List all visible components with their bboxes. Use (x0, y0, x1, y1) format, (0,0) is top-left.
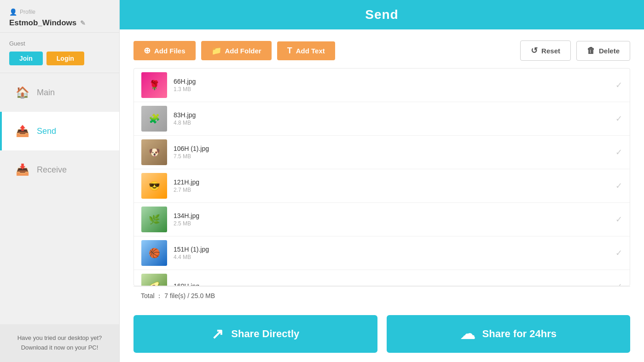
file-check-icon: ✓ (615, 147, 622, 157)
file-info: 66H.jpg 1.3 MB (174, 78, 615, 92)
file-name: 151H (1).jpg (174, 246, 615, 253)
file-size: 7.5 MB (174, 153, 615, 160)
file-thumbnail: 🌿 (141, 207, 167, 232)
file-check-icon: ✓ (615, 248, 622, 258)
reset-button[interactable]: ↺ Reset (520, 40, 571, 61)
share-24hrs-button[interactable]: ☁ Share for 24hrs (387, 315, 631, 353)
file-info: 160H.jpg (174, 282, 615, 286)
content-area: ⊕ Add Files 📁 Add Folder T Add Text ↺ Re… (120, 29, 644, 362)
page-title: Send (120, 7, 644, 22)
sidebar-item-main-label: Main (37, 88, 55, 98)
file-thumbnail: 🏀 (141, 240, 167, 266)
share-directly-button[interactable]: ↗ Share Directly (133, 315, 377, 353)
file-name: 66H.jpg (174, 78, 615, 85)
file-name: 134H.jpg (174, 212, 615, 219)
file-info: 121H.jpg 2.7 MB (174, 178, 615, 193)
file-check-icon: ✓ (615, 80, 622, 90)
file-thumbnail: 😎 (141, 173, 167, 199)
file-info: 106H (1).jpg 7.5 MB (174, 145, 615, 160)
reset-icon: ↺ (531, 46, 538, 56)
toolbar: ⊕ Add Files 📁 Add Folder T Add Text ↺ Re… (133, 40, 630, 61)
file-info: 134H.jpg 2.5 MB (174, 212, 615, 227)
file-check-icon: ✓ (615, 181, 622, 191)
sidebar-item-send[interactable]: 📤 Send (0, 112, 119, 150)
add-text-icon: T (287, 46, 292, 56)
main-header: Send (120, 0, 644, 29)
guest-label: Guest (9, 40, 110, 47)
file-thumbnail: 🐶 (141, 139, 167, 165)
sidebar-profile-section: 👤 Profile Estmob_Windows ✎ (0, 0, 119, 33)
profile-icon: 👤 (9, 8, 17, 16)
sidebar-item-receive-label: Receive (37, 165, 67, 175)
login-button[interactable]: Login (46, 52, 84, 65)
action-buttons: ↗ Share Directly ☁ Share for 24hrs (133, 306, 630, 362)
file-item[interactable]: 😎 121H.jpg 2.7 MB ✓ (134, 169, 630, 203)
sidebar-item-send-label: Send (37, 126, 56, 136)
file-info: 83H.jpg 4.8 MB (174, 111, 615, 126)
file-size: 4.4 MB (174, 254, 615, 260)
file-item[interactable]: 🥑 160H.jpg ✓ (134, 270, 630, 286)
share-directly-icon: ↗ (211, 325, 224, 343)
add-text-button[interactable]: T Add Text (277, 41, 335, 60)
edit-icon[interactable]: ✎ (80, 19, 86, 27)
add-folder-icon: 📁 (211, 46, 221, 56)
file-size: 4.8 MB (174, 120, 615, 126)
file-list-container: 🌹 66H.jpg 1.3 MB ✓ 🧩 83H.jpg 4.8 MB ✓ 🐶 … (133, 68, 630, 286)
file-size: 2.5 MB (174, 220, 615, 227)
file-size: 1.3 MB (174, 86, 615, 92)
file-size: 2.7 MB (174, 187, 615, 193)
main-content: Send ⊕ Add Files 📁 Add Folder T Add Text… (120, 0, 644, 362)
file-info: 151H (1).jpg 4.4 MB (174, 246, 615, 260)
file-item[interactable]: 🌿 134H.jpg 2.5 MB ✓ (134, 203, 630, 236)
profile-label: 👤 Profile (9, 8, 110, 16)
file-thumbnail: 🌹 (141, 72, 167, 98)
sidebar: 👤 Profile Estmob_Windows ✎ Guest Join Lo… (0, 0, 120, 362)
file-thumbnail: 🧩 (141, 106, 167, 132)
delete-icon: 🗑 (587, 46, 595, 56)
home-icon: 🏠 (16, 86, 29, 99)
add-files-icon: ⊕ (144, 46, 151, 56)
file-check-icon: ✓ (615, 114, 622, 124)
join-button[interactable]: Join (9, 52, 43, 65)
file-name: 83H.jpg (174, 111, 615, 119)
add-files-button[interactable]: ⊕ Add Files (133, 41, 196, 60)
add-folder-button[interactable]: 📁 Add Folder (201, 41, 272, 60)
file-name: 160H.jpg (174, 282, 615, 286)
file-check-icon: ✓ (615, 282, 622, 286)
file-name: 106H (1).jpg (174, 145, 615, 152)
file-item[interactable]: 🌹 66H.jpg 1.3 MB ✓ (134, 69, 630, 102)
auth-buttons: Join Login (9, 52, 110, 65)
sidebar-guest-section: Guest Join Login (0, 33, 119, 73)
file-name: 121H.jpg (174, 178, 615, 186)
file-thumbnail: 🥑 (141, 274, 167, 286)
file-item[interactable]: 🐶 106H (1).jpg 7.5 MB ✓ (134, 136, 630, 169)
send-icon: 📤 (16, 125, 29, 138)
receive-icon: 📥 (16, 163, 29, 176)
sidebar-nav: 🏠 Main 📤 Send 📥 Receive (0, 73, 119, 324)
sidebar-promo: Have you tried our desktop yet? Download… (0, 324, 119, 362)
delete-button[interactable]: 🗑 Delete (576, 41, 630, 61)
sidebar-item-receive[interactable]: 📥 Receive (0, 150, 119, 189)
file-item[interactable]: 🧩 83H.jpg 4.8 MB ✓ (134, 102, 630, 136)
total-bar: Total ： 7 file(s) / 25.0 MB (133, 286, 630, 306)
file-item[interactable]: 🏀 151H (1).jpg 4.4 MB ✓ (134, 236, 630, 270)
profile-username: Estmob_Windows ✎ (9, 18, 110, 28)
sidebar-item-main[interactable]: 🏠 Main (0, 73, 119, 112)
file-check-icon: ✓ (615, 214, 622, 224)
share-24hrs-icon: ☁ (460, 325, 475, 343)
